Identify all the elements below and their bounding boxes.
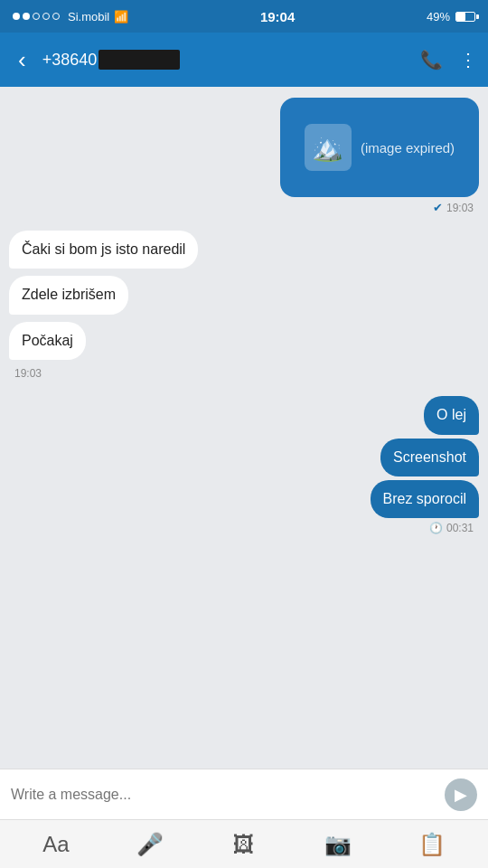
sent-bubble-1: O lej <box>424 396 479 434</box>
call-button[interactable]: 📞 <box>420 49 443 71</box>
sent-timestamp: 🕐 00:31 <box>429 522 474 534</box>
received-text-3: Počakaj <box>22 333 73 348</box>
sent-image-time: 19:03 <box>446 202 474 214</box>
image-expired-bubble: 🏔️ (image expired) <box>280 98 479 197</box>
dot-4 <box>42 13 50 20</box>
received-bubble-1: Čaki si bom js isto naredil <box>9 231 198 269</box>
more-button[interactable]: ⋮ <box>459 49 477 71</box>
check-icon: ✔ <box>433 201 443 214</box>
bottom-toolbar: Aa 🎤 🖼 📷 📋 <box>0 819 488 868</box>
sent-bubble-3: Brez sporocil <box>371 480 479 518</box>
font-label: Aa <box>42 832 69 857</box>
status-time: 19:04 <box>260 9 295 24</box>
sent-text-1: O lej <box>436 407 466 422</box>
doc-icon: 📋 <box>418 832 446 857</box>
back-button[interactable]: ‹ <box>11 44 33 75</box>
camera-button[interactable]: 📷 <box>320 826 356 863</box>
status-bar: Si.mobil 📶 19:04 49% <box>0 0 488 33</box>
mic-button[interactable]: 🎤 <box>132 826 168 863</box>
dot-2 <box>23 13 30 20</box>
doc-button[interactable]: 📋 <box>414 826 450 863</box>
image-expired-label: (image expired) <box>361 140 455 156</box>
chat-header: ‹ +38640 📞 ⋮ <box>0 33 488 87</box>
phone-prefix: +38640 <box>42 51 98 70</box>
camera-icon: 📷 <box>324 832 352 857</box>
font-button[interactable]: Aa <box>38 826 74 863</box>
image-placeholder-icon: 🏔️ <box>305 124 352 171</box>
battery-icon <box>455 12 475 22</box>
received-bubble-2: Zdele izbrišem <box>9 276 128 314</box>
sent-image-container: 🏔️ (image expired) ✔ 19:03 <box>9 98 479 220</box>
sent-time: 00:31 <box>446 522 474 534</box>
sent-bubble-2: Screenshot <box>380 439 479 476</box>
received-text-1: Čaki si bom js isto naredil <box>22 241 185 257</box>
received-timestamp: 19:03 <box>14 367 42 380</box>
contact-name-redacted <box>99 50 180 70</box>
dot-5 <box>52 13 60 20</box>
send-icon: ▶ <box>455 785 467 805</box>
sent-group: O lej Screenshot Brez sporocil 🕐 00:31 <box>9 394 479 540</box>
sent-text-2: Screenshot <box>393 449 466 465</box>
received-text-2: Zdele izbrišem <box>22 287 116 302</box>
status-right: 49% <box>427 10 475 24</box>
mic-icon: 🎤 <box>136 832 164 857</box>
sent-text-3: Brez sporocil <box>383 491 466 506</box>
contact-info: +38640 <box>42 50 411 70</box>
wifi-icon: 📶 <box>114 10 128 24</box>
status-left: Si.mobil 📶 <box>13 10 128 24</box>
clock-icon: 🕐 <box>429 522 443 534</box>
chat-area: 🏔️ (image expired) ✔ 19:03 Čaki si bom j… <box>0 87 488 769</box>
dot-3 <box>33 13 40 20</box>
sent-image-timestamp: ✔ 19:03 <box>433 201 474 214</box>
carrier-label: Si.mobil <box>68 10 109 24</box>
message-input[interactable] <box>11 778 436 812</box>
send-button[interactable]: ▶ <box>445 778 477 811</box>
received-bubble-3: Počakaj <box>9 322 86 360</box>
header-icons: 📞 ⋮ <box>420 49 477 71</box>
image-icon: 🖼 <box>233 832 255 857</box>
input-bar: ▶ <box>0 769 488 819</box>
signal-dots <box>13 13 60 20</box>
battery-percent: 49% <box>427 10 450 24</box>
received-group: Čaki si bom js isto naredil Zdele izbriš… <box>9 229 479 385</box>
image-button[interactable]: 🖼 <box>226 826 262 863</box>
dot-1 <box>13 13 20 20</box>
battery-fill <box>456 13 465 21</box>
